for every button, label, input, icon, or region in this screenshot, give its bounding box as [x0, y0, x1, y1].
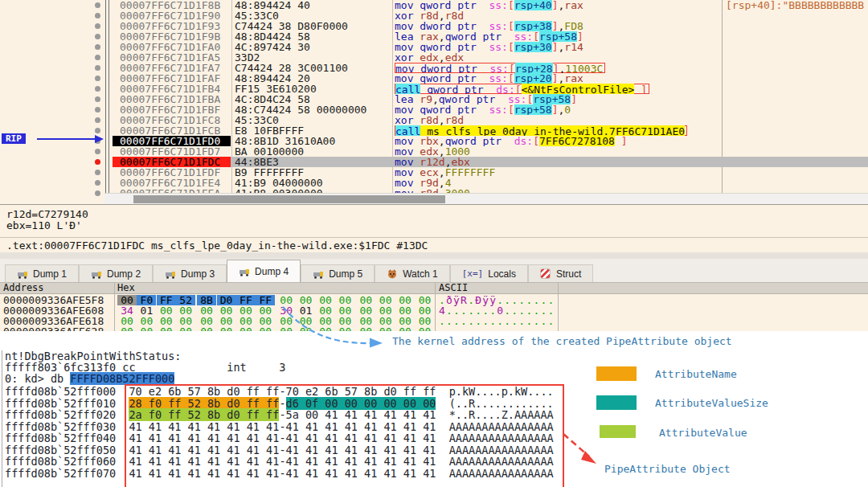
- kd-prompt[interactable]: 0: kd> db FFFFD08B52FFF000: [5, 373, 174, 384]
- instruction-address: 00007FF6C71D1F9B: [113, 31, 231, 42]
- breakpoint-dot[interactable]: [95, 44, 100, 50]
- tab-struct[interactable]: Struct: [528, 264, 593, 282]
- dump-header-hex: Hex: [117, 283, 135, 293]
- instruction-bytes: 41:B9 04000000: [235, 178, 391, 188]
- instruction-address: 00007FF6C71D1F93: [113, 21, 231, 31]
- instruction-address: 00007FF6C71D1FCB: [113, 125, 231, 136]
- breakpoint-dot[interactable]: [95, 107, 100, 113]
- instruction-address: 00007FF6C71D1FA5: [113, 52, 231, 63]
- instruction-bytes: 48:8D4424 58: [235, 31, 391, 42]
- disasm-row[interactable]: 00007FF6C71D1FD048:8B1D 31610A00mov rbx,…: [0, 136, 868, 146]
- tab-dump-2[interactable]: Dump 2: [79, 264, 153, 282]
- prompt-prefix: 0: kd> db: [5, 372, 70, 385]
- info-separator: [0, 237, 868, 238]
- legend-swatch-attributevalue: [600, 425, 636, 438]
- instruction-address: 00007FF6C71D1FD7: [113, 146, 231, 157]
- breakpoint-dot[interactable]: [95, 34, 100, 39]
- instruction-text: mov r9d,4: [395, 178, 720, 188]
- instruction-bytes: 48:C74424 58 00000000: [235, 104, 391, 115]
- breakpoint-dot[interactable]: [95, 96, 100, 102]
- dump-icon: [91, 269, 102, 279]
- dump-header-address: Address: [3, 283, 44, 293]
- tab-locals[interactable]: [x=]Locals: [450, 264, 528, 282]
- instruction-text: mov r12d,ebx: [395, 157, 720, 167]
- dump-icon: [313, 269, 324, 279]
- info-panel: r12d=C7279140 ebx=110 L'Đ' .text:00007FF…: [0, 204, 868, 252]
- instruction-bytes: 45:33C0: [235, 10, 391, 21]
- breakpoint-dot[interactable]: [95, 128, 100, 133]
- disasm-row[interactable]: 00007FF6C71D1FDFB9 FFFFFFFFmov ecx,FFFFF…: [0, 167, 868, 178]
- tab-dump-5[interactable]: Dump 5: [301, 264, 375, 282]
- disasm-row[interactable]: 00007FF6C71D1FA533D2xor edx,edx: [0, 52, 868, 63]
- register-value-r12d: r12d=C7279140: [6, 209, 88, 220]
- disasm-row[interactable]: 00007FF6C71D1FCBE8 10FBFFFFcall ms_clfs_…: [0, 125, 868, 136]
- tab-watch-1[interactable]: Watch 1: [375, 264, 450, 282]
- horizontal-scrollbar[interactable]: [104, 193, 868, 204]
- pipeattribute-object-note: PipeAttribute Object: [604, 464, 731, 475]
- tab-dump-3[interactable]: Dump 3: [153, 264, 227, 282]
- disasm-row[interactable]: 00007FF6C71D1F9045:33C0xor r8d,r8d: [0, 10, 868, 21]
- instruction-bytes: E8 10FBFFFF: [235, 125, 391, 136]
- disasm-row[interactable]: 00007FF6C71D1FB4FF15 3E610200call qword …: [0, 84, 868, 94]
- breakpoint-dot[interactable]: [95, 13, 100, 18]
- instruction-bytes: 48:8B1D 31610A00: [235, 136, 391, 146]
- disasm-row[interactable]: 00007FF6C71D1FA04C:897424 30mov qword pt…: [0, 42, 868, 52]
- instruction-bytes: FF15 3E610200: [235, 84, 391, 94]
- breakpoint-dot[interactable]: [95, 76, 100, 81]
- instruction-text: mov edx,1000: [395, 146, 720, 157]
- breakpoint-dot[interactable]: [95, 86, 100, 92]
- disasm-row[interactable]: 00007FF6C71D1FC845:33C0xor r8d,r8d: [0, 115, 868, 125]
- breakpoint-dot[interactable]: [95, 159, 100, 165]
- disasm-row[interactable]: 00007FF6C71D1F9B48:8D4424 58lea rax,qwor…: [0, 31, 868, 42]
- legend-label: AttributeValueSize: [655, 398, 768, 409]
- disasm-row[interactable]: 00007FF6C71D1FAF48:894424 20mov qword pt…: [0, 73, 868, 84]
- breakpoint-dot[interactable]: [95, 170, 100, 175]
- disasm-row[interactable]: 00007FF6C71D1F8B48:894424 40mov qword pt…: [0, 0, 868, 10]
- instruction-text: mov qword ptr ss:[rsp+20],rax: [395, 73, 720, 84]
- instruction-text: mov qword ptr ss:[rsp+30],r14: [395, 42, 720, 52]
- disasm-row[interactable]: 00007FF6C71D1FE441:B9 04000000mov r9d,4: [0, 178, 868, 188]
- legend-swatch-attributename: [596, 366, 637, 381]
- breakpoint-dot[interactable]: [95, 138, 100, 144]
- tab-label: Dump 4: [255, 266, 289, 277]
- breakpoint-dot[interactable]: [95, 117, 100, 123]
- instruction-bytes: C74424 28 3C001100: [235, 63, 391, 73]
- status-line: .text:00007FF6C71D1FDC ms_clfs_lpe_0day_…: [6, 240, 428, 252]
- disasm-row[interactable]: 00007FF6C71D1FBA4C:8D4C24 58lea r9,qword…: [0, 94, 868, 104]
- instruction-text: mov rbx,qword ptr ds:[7FF6C7278108 ]: [395, 136, 720, 146]
- breakpoint-dot[interactable]: [95, 180, 100, 186]
- breakpoint-dot[interactable]: [95, 190, 100, 196]
- windbg-hex-row: ffffd08b`52fff070 41 41 41 41 41 41 41 4…: [5, 468, 554, 479]
- instruction-highlight-box: mov dword ptr ss:[rsp+28],11003C: [395, 63, 605, 73]
- windbg-hex-row: ffffd08b`52fff020 2a f0 ff 52 8b d0 ff f…: [5, 409, 554, 420]
- breakpoint-dot[interactable]: [95, 65, 100, 71]
- disasm-row[interactable]: 00007FF6C71D1FBF48:C74424 58 00000000mov…: [0, 104, 868, 115]
- disasm-row[interactable]: 00007FF6C71D1FA7C74424 28 3C001100mov dw…: [0, 63, 868, 73]
- tab-dump-1[interactable]: Dump 1: [5, 264, 79, 282]
- instruction-highlight-box: call qword ptr ds:[<&NtFsControlFile> ]: [395, 84, 649, 94]
- instruction-text: xor edx,edx: [395, 52, 720, 63]
- debugger-window: 00007FF6C71D1F8B48:894424 40mov qword pt…: [0, 0, 868, 487]
- breakpoint-dot[interactable]: [95, 23, 100, 29]
- breakpoint-dot[interactable]: [95, 2, 100, 8]
- instruction-address: 00007FF6C71D1FDC: [113, 157, 231, 167]
- prompt-address-highlight: FFFFD08B52FFF000: [70, 372, 174, 385]
- breakpoint-dot[interactable]: [95, 55, 100, 60]
- disasm-row[interactable]: 00007FF6C71D1FD7BA 00100000mov edx,1000: [0, 146, 868, 157]
- windbg-hex-row: ffffd08b`52fff060 41 41 41 41 41 41 41 4…: [5, 456, 554, 467]
- tab-dump-4[interactable]: Dump 4: [227, 260, 301, 282]
- tab-label: Dump 5: [329, 268, 362, 280]
- instruction-bytes: 48:894424 40: [235, 0, 391, 10]
- tab-label: Watch 1: [403, 268, 438, 280]
- instruction-bytes: C74424 38 D80F0000: [235, 21, 391, 31]
- dump-tab-bar: Dump 1Dump 2Dump 3Dump 4Dump 5Watch 1[x=…: [0, 259, 868, 283]
- dump-panel: Address Hex ASCII 0000009336AFE5F800F0FF…: [0, 283, 868, 331]
- windbg-hex-row: ffffd08b`52fff030 41 41 41 41 41 41 41 4…: [5, 421, 554, 432]
- disasm-row[interactable]: 00007FF6C71D1FDC44:8BE3mov r12d,ebx: [0, 157, 868, 167]
- dump-icon: [239, 267, 250, 276]
- instruction-address: 00007FF6C71D1FBA: [113, 94, 231, 104]
- breakpoint-dot[interactable]: [95, 149, 100, 154]
- instruction-address: 00007FF6C71D1FAF: [113, 73, 231, 84]
- disasm-row[interactable]: 00007FF6C71D1F93C74424 38 D80F0000mov dw…: [0, 21, 868, 31]
- scrollbar-thumb[interactable]: [133, 195, 445, 203]
